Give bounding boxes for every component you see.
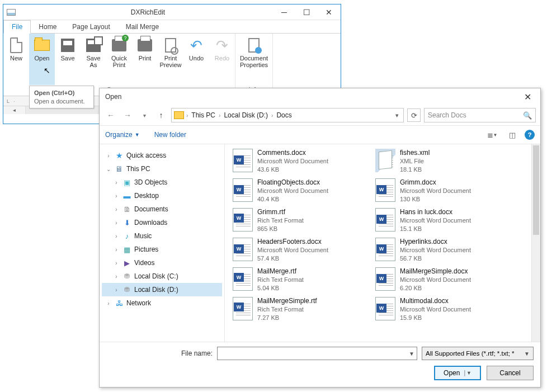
chevron-down-icon: ▼: [135, 132, 140, 138]
filename-input[interactable]: ▼: [217, 347, 417, 360]
undo-button[interactable]: ↶Undo: [183, 34, 209, 85]
tree-item[interactable]: ›⛃Local Disk (C:): [102, 270, 222, 283]
file-icon: W: [233, 238, 253, 261]
expand-icon[interactable]: ›: [113, 233, 120, 239]
expand-icon[interactable]: ›: [113, 206, 120, 212]
drv-icon: ⛃: [122, 286, 132, 294]
new-button[interactable]: New: [3, 34, 29, 85]
expand-icon[interactable]: ⌄: [105, 166, 112, 172]
tab-page-layout[interactable]: Page Layout: [64, 21, 117, 33]
expand-icon[interactable]: ›: [113, 260, 120, 266]
tree-item[interactable]: ›⛃Local Disk (D:): [102, 283, 222, 296]
expand-icon[interactable]: ›: [113, 287, 120, 293]
file-item[interactable]: W FloatingObjects.docx Microsoft Word Do…: [230, 176, 373, 206]
tree-item-label: Documents: [134, 205, 168, 213]
print-button[interactable]: Print: [132, 34, 158, 85]
save-as-icon: [86, 39, 101, 52]
file-item[interactable]: W HeadersFooters.docx Microsoft Word Doc…: [230, 235, 373, 265]
nav-up-button[interactable]: ↑: [154, 108, 168, 122]
file-item[interactable]: W Grimm.rtf Rich Text Format 865 KB: [230, 206, 373, 235]
redo-button[interactable]: ↷Redo: [209, 34, 235, 85]
file-item[interactable]: W MailMergeSimple.docx Microsoft Word Do…: [373, 265, 516, 295]
breadcrumb-segment[interactable]: This PC: [190, 111, 216, 119]
file-item[interactable]: W Comments.docx Microsoft Word Document …: [230, 147, 373, 176]
file-size: 57.4 KB: [257, 254, 328, 263]
titlebar: DXRichEdit ─ ☐ ✕: [3, 4, 341, 20]
file-item[interactable]: W Grimm.docx Microsoft Word Document 130…: [373, 176, 516, 206]
doc-properties-button[interactable]: Document Properties: [235, 34, 272, 85]
tree-item[interactable]: ›🖧Network: [102, 296, 222, 310]
open-confirm-button[interactable]: Open│▼: [434, 366, 481, 380]
chevron-right-icon: ›: [271, 112, 273, 119]
vertical-scrollbar[interactable]: [531, 144, 540, 342]
tree-item[interactable]: ›★Quick access: [102, 149, 222, 162]
file-item[interactable]: W Hans in luck.docx Microsoft Word Docum…: [373, 206, 516, 235]
expand-icon[interactable]: ›: [105, 300, 112, 306]
help-button[interactable]: ?: [525, 130, 535, 140]
expand-icon[interactable]: ›: [113, 220, 120, 226]
tab-home[interactable]: Home: [31, 21, 64, 33]
expand-icon[interactable]: ›: [113, 180, 120, 186]
tree-item[interactable]: ›♪Music: [102, 229, 222, 243]
print-preview-button[interactable]: Print Preview: [158, 34, 183, 85]
nav-recent-button[interactable]: ▾: [138, 108, 151, 122]
nav-forward-button[interactable]: →: [121, 108, 134, 122]
doc-icon: 🗎: [122, 205, 132, 214]
minimize-button[interactable]: ─: [276, 7, 293, 18]
tree-item[interactable]: ›▦Pictures: [102, 243, 222, 256]
refresh-button[interactable]: ⟳: [407, 108, 421, 122]
file-item[interactable]: W Multimodal.docx Microsoft Word Documen…: [373, 295, 516, 324]
file-size: 18.1 KB: [400, 166, 430, 174]
scroll-left-icon[interactable]: ◄: [3, 106, 26, 114]
new-folder-button[interactable]: New folder: [154, 131, 186, 139]
expand-icon[interactable]: ›: [113, 247, 120, 253]
tree-item[interactable]: ›▣3D Objects: [102, 176, 222, 189]
maximize-button[interactable]: ☐: [298, 7, 315, 18]
tab-file[interactable]: File: [3, 20, 31, 34]
tooltip-body: Open a document.: [34, 98, 89, 105]
drv-icon: ⛃: [122, 272, 132, 280]
file-column: W Comments.docx Microsoft Word Document …: [230, 147, 373, 339]
scroll-thumb[interactable]: [533, 145, 539, 235]
dialog-close-button[interactable]: ✕: [521, 91, 535, 103]
tree-item[interactable]: ⌄🖥This PC: [102, 162, 222, 176]
tree-item[interactable]: ›🗎Documents: [102, 202, 222, 216]
dialog-title: Open: [105, 93, 121, 101]
view-mode-button[interactable]: ≣ ▼: [484, 129, 500, 141]
file-item[interactable]: W Hyperlinks.docx Microsoft Word Documen…: [373, 235, 516, 265]
file-item[interactable]: W MailMerge.rtf Rich Text Format 5.04 KB: [230, 265, 373, 295]
expand-icon[interactable]: ›: [113, 273, 120, 280]
chevron-down-icon[interactable]: ▼: [409, 351, 414, 357]
preview-pane-button[interactable]: ◫: [504, 129, 520, 141]
breadcrumb[interactable]: › This PC › Local Disk (D:) › Docs ▾: [171, 108, 404, 122]
ribbon-tabs: File Home Page Layout Mail Merge: [3, 20, 341, 34]
search-icon: 🔍: [523, 111, 532, 120]
expand-icon[interactable]: ›: [105, 153, 112, 159]
breadcrumb-segment[interactable]: Docs: [275, 111, 293, 119]
organize-button[interactable]: Organize▼: [105, 131, 140, 139]
tree-item[interactable]: ›⬇Downloads: [102, 216, 222, 229]
save-as-button[interactable]: Save As: [81, 34, 106, 85]
tree-item[interactable]: ›▶Videos: [102, 256, 222, 270]
expand-icon[interactable]: ›: [113, 193, 120, 199]
file-type-filter[interactable]: All Supported Files (*.rtf; *.txt; *▼: [422, 347, 534, 360]
breadcrumb-dropdown-icon[interactable]: ▾: [395, 112, 401, 119]
search-input[interactable]: Search Docs 🔍: [424, 108, 536, 122]
breadcrumb-segment[interactable]: Local Disk (D:): [223, 111, 269, 119]
file-item[interactable]: fishes.xml XML File 18.1 KB: [373, 147, 516, 176]
split-button-icon[interactable]: │▼: [463, 370, 471, 376]
quick-print-button[interactable]: Quick Print: [106, 34, 132, 85]
tree-item[interactable]: ›▬Desktop: [102, 189, 222, 202]
file-icon: W: [233, 267, 253, 291]
file-size: 130 KB: [400, 195, 471, 204]
file-item[interactable]: W MailMergeSimple.rtf Rich Text Format 7…: [230, 295, 373, 324]
cancel-button[interactable]: Cancel: [487, 366, 534, 380]
chevron-right-icon: ›: [186, 112, 188, 119]
open-button[interactable]: Open: [29, 34, 55, 85]
file-type: Rich Text Format: [257, 305, 317, 314]
nav-back-button[interactable]: ←: [104, 108, 117, 122]
save-button[interactable]: Save: [55, 34, 81, 85]
close-button[interactable]: ✕: [320, 7, 337, 18]
file-icon: [375, 149, 395, 172]
tab-mail-merge[interactable]: Mail Merge: [118, 21, 167, 33]
